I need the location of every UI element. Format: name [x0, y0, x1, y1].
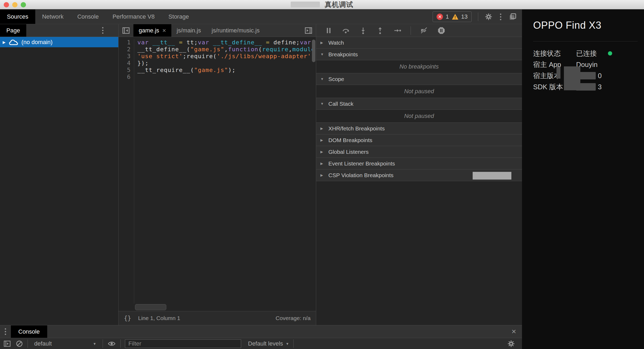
- divider: [103, 339, 103, 348]
- section-scope[interactable]: ▼Scope: [316, 73, 522, 85]
- navigator-sidebar: Page ▶ (no domain): [0, 24, 119, 325]
- issues-badge[interactable]: ✕ 1 13: [433, 11, 472, 22]
- section-dom-breakpoints[interactable]: ▶DOM Breakpoints: [316, 134, 522, 146]
- code-line: 'use strict';require('./js/libs/weapp-ad…: [137, 53, 316, 60]
- filter-input[interactable]: [125, 339, 241, 348]
- editor-tab-label: js/main.js: [177, 27, 201, 34]
- eye-icon[interactable]: [107, 340, 116, 348]
- expand-tabs-right-icon[interactable]: [301, 24, 316, 37]
- more-options-icon[interactable]: [499, 12, 502, 21]
- section-empty-message: Not paused: [316, 85, 522, 98]
- device-info-row: SDK 版本3: [533, 81, 644, 92]
- editor-tab-js-main-js[interactable]: js/main.js: [171, 24, 206, 37]
- log-levels-dropdown[interactable]: Default levels ▼: [248, 340, 289, 347]
- tree-item-no-domain[interactable]: ▶ (no domain): [0, 37, 118, 47]
- debugger-sections: ▶Watch▼BreakpointsNo breakpoints▼ScopeNo…: [316, 37, 522, 325]
- console-settings-gear-icon[interactable]: [507, 340, 515, 348]
- zoom-window-button[interactable]: [21, 2, 26, 7]
- divider: [293, 339, 294, 348]
- vertical-scrollbar-thumb[interactable]: [312, 40, 315, 62]
- warning-icon: [452, 14, 459, 20]
- chevron-right-icon: ▶: [320, 150, 325, 154]
- editor-tab-js-runtime-music-js[interactable]: js/runtime/music.js: [206, 24, 265, 37]
- pause-script-icon[interactable]: [325, 27, 333, 35]
- minimize-window-button[interactable]: [12, 2, 18, 7]
- tab-console[interactable]: Console: [70, 10, 106, 24]
- console-toolbar: default ▼ Default levels ▼: [0, 338, 522, 349]
- context-selector-dropdown[interactable]: default ▼: [32, 340, 98, 347]
- section-label: Breakpoints: [328, 51, 358, 58]
- window-title: 真机调试: [325, 0, 353, 9]
- chevron-right-icon: ▶: [320, 161, 325, 165]
- close-window-button[interactable]: [4, 2, 9, 7]
- editor-statusbar: {} Line 1, Column 1 Coverage: n/a: [119, 311, 316, 325]
- line-number: 3: [119, 53, 131, 60]
- tab-console-drawer[interactable]: Console: [11, 325, 47, 338]
- section-label: Watch: [328, 40, 344, 46]
- section-label: Scope: [328, 76, 344, 82]
- section-watch[interactable]: ▶Watch: [316, 37, 522, 49]
- cloud-icon: [9, 39, 18, 46]
- sources-panel: Page ▶ (no domain): [0, 24, 522, 325]
- line-number: 5: [119, 67, 131, 74]
- chevron-down-icon: ▼: [286, 342, 289, 346]
- step-out-icon[interactable]: [376, 27, 384, 35]
- device-info-rows: 连接状态已连接宿主 AppDouyin宿主版本0SDK 版本3: [522, 41, 644, 92]
- main-tabbar: SourcesNetworkConsolePerformance V8Stora…: [0, 10, 522, 24]
- code-editor[interactable]: 123456 var __tt__ = tt;var __tt_define__…: [119, 37, 316, 304]
- device-info-value-text: 已连接: [576, 49, 597, 58]
- devtools-window: 真机调试 SourcesNetworkConsolePerformance V8…: [0, 0, 644, 349]
- line-number: 1: [119, 39, 131, 46]
- tab-storage[interactable]: Storage: [162, 10, 196, 24]
- warning-count: 13: [461, 13, 468, 20]
- section-xhr-fetch-breakpoints[interactable]: ▶XHR/fetch Breakpoints: [316, 123, 522, 134]
- error-icon: ✕: [437, 14, 443, 20]
- cursor-position: Line 1, Column 1: [138, 315, 180, 321]
- device-info-panel: OPPO Find X3 连接状态已连接宿主 AppDouyin宿主版本0SDK…: [522, 10, 644, 349]
- dock-side-icon[interactable]: [509, 13, 517, 21]
- deactivate-breakpoints-icon[interactable]: [420, 27, 428, 35]
- tab-sources[interactable]: Sources: [0, 10, 35, 24]
- editor-tabs-list: game.js×js/main.jsjs/runtime/music.js: [133, 24, 265, 37]
- drawer-more-options-icon[interactable]: [4, 327, 7, 336]
- settings-gear-icon[interactable]: [485, 13, 493, 21]
- navigator-more-options-icon[interactable]: [101, 26, 105, 35]
- tab-page[interactable]: Page: [0, 24, 26, 37]
- debugger-sidebar: ▶Watch▼BreakpointsNo breakpoints▼ScopeNo…: [316, 24, 522, 325]
- navigator-header: Page: [0, 24, 118, 37]
- tree-item-label: (no domain): [21, 39, 53, 46]
- clear-console-icon[interactable]: [15, 340, 23, 348]
- step-over-icon[interactable]: [342, 27, 350, 35]
- section-label: Call Stack: [328, 101, 354, 107]
- console-drawer-header: Console ×: [0, 325, 522, 338]
- section-label: Event Listener Breakpoints: [328, 160, 395, 167]
- step-into-icon[interactable]: [359, 27, 367, 35]
- code-content: var __tt__ = tt;var __tt_define__ = defi…: [134, 39, 316, 304]
- log-levels-value: Default levels: [248, 340, 283, 347]
- section-breakpoints[interactable]: ▼Breakpoints: [316, 49, 522, 60]
- tab-network[interactable]: Network: [35, 10, 71, 24]
- line-number: 4: [119, 60, 131, 67]
- debugger-toolbar: [316, 24, 522, 37]
- close-icon[interactable]: ×: [162, 27, 166, 34]
- collapse-tabs-left-icon[interactable]: [119, 24, 133, 37]
- section-call-stack[interactable]: ▼Call Stack: [316, 98, 522, 110]
- pretty-print-icon[interactable]: {}: [124, 315, 131, 322]
- pause-on-exceptions-icon[interactable]: [437, 27, 445, 35]
- chevron-right-icon[interactable]: ▶: [3, 40, 6, 44]
- tab-performance-v8[interactable]: Performance V8: [106, 10, 162, 24]
- editor-tab-game-js[interactable]: game.js×: [133, 24, 171, 37]
- device-info-value-text: 3: [598, 83, 602, 91]
- show-console-sidebar-icon[interactable]: [3, 340, 11, 348]
- devtools-region: SourcesNetworkConsolePerformance V8Stora…: [0, 10, 522, 349]
- horizontal-scrollbar[interactable]: [119, 304, 316, 311]
- device-info-row: 宿主版本0: [533, 70, 644, 81]
- section-event-listener-breakpoints[interactable]: ▶Event Listener Breakpoints: [316, 158, 522, 169]
- step-icon[interactable]: [393, 27, 402, 35]
- code-line: [137, 74, 316, 80]
- section-global-listeners[interactable]: ▶Global Listeners: [316, 146, 522, 158]
- line-number: 2: [119, 46, 131, 53]
- chevron-down-icon: ▼: [93, 342, 96, 346]
- close-icon[interactable]: ×: [511, 327, 516, 336]
- horizontal-scrollbar-thumb[interactable]: [135, 304, 166, 310]
